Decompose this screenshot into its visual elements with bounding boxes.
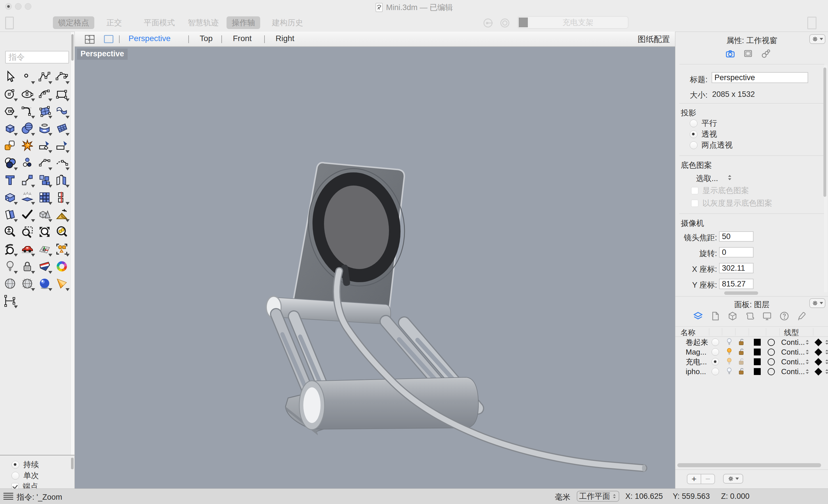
layer-name[interactable]: ipho... <box>686 367 712 376</box>
selection-check-icon[interactable] <box>19 206 36 223</box>
scroll-icon[interactable] <box>743 310 756 322</box>
projection-option-0[interactable]: 平行 <box>690 118 717 129</box>
remove-layer-button[interactable]: − <box>701 474 714 484</box>
wallpaper-checkbox-1[interactable]: 以灰度显示底色图案 <box>691 198 772 208</box>
trim-icon[interactable] <box>36 137 53 154</box>
single-pane-icon[interactable] <box>104 35 114 44</box>
add-layer-button[interactable]: + <box>688 474 701 484</box>
layer-name[interactable]: Mag... <box>686 347 712 357</box>
close-window-button[interactable] <box>5 3 12 10</box>
layer-material-circle[interactable] <box>766 337 776 347</box>
current-layer-radio[interactable] <box>710 337 720 347</box>
scale-icon[interactable] <box>19 172 36 189</box>
layer-name[interactable]: 卷起来 <box>686 337 712 347</box>
help-icon[interactable] <box>778 310 791 322</box>
stepper-icon[interactable] <box>824 358 828 366</box>
move-face-icon[interactable] <box>53 206 71 223</box>
cplane-icon[interactable] <box>36 240 53 258</box>
interpolate-curve-icon[interactable] <box>53 68 71 85</box>
block-instances-icon[interactable] <box>36 172 53 189</box>
rectangle-icon[interactable] <box>53 85 71 103</box>
stepper-icon[interactable] <box>727 173 733 182</box>
right-sidebar-toggle-icon[interactable] <box>807 17 817 29</box>
solid-union-icon[interactable] <box>1 189 19 206</box>
shaded-view-icon[interactable] <box>1 275 19 292</box>
checkbox-icon[interactable] <box>691 200 698 207</box>
zoom-dynamic-icon[interactable] <box>1 223 19 240</box>
zoom-extents-icon[interactable] <box>36 223 53 240</box>
blend-surface-icon[interactable] <box>53 103 71 120</box>
layers-gear-button[interactable] <box>809 298 825 308</box>
command-history-icon[interactable] <box>3 493 13 500</box>
layer-linetype[interactable]: Conti... <box>781 357 804 367</box>
minimize-window-button[interactable] <box>15 3 22 10</box>
mirror-icon[interactable] <box>53 172 71 189</box>
checkbox-icon[interactable] <box>11 483 19 489</box>
split-icon[interactable] <box>53 137 71 154</box>
toolbar-button-2[interactable]: 平面模式 <box>138 16 180 29</box>
command-input[interactable] <box>5 51 69 63</box>
single-point-icon[interactable] <box>19 68 36 85</box>
viewport-tab-top[interactable]: Top <box>200 34 213 43</box>
radio-icon[interactable] <box>690 131 698 138</box>
toolbar-button-0[interactable]: 锁定格点 <box>53 16 94 29</box>
layer-visibility-bulb-icon[interactable] <box>726 358 733 366</box>
stepper-icon[interactable] <box>824 368 828 375</box>
radio-icon[interactable] <box>690 120 698 127</box>
current-layer-radio[interactable] <box>710 367 720 376</box>
phone-stand-model[interactable] <box>75 47 675 489</box>
surface-from-points-icon[interactable] <box>36 103 53 120</box>
split-edge-icon[interactable] <box>53 189 71 206</box>
surface-network-icon[interactable] <box>53 120 71 137</box>
plugins-puzzle-icon[interactable] <box>1 137 19 154</box>
named-views-icon[interactable] <box>19 240 36 258</box>
layers-footer-gear-button[interactable] <box>723 474 743 484</box>
layer-visibility-bulb-icon[interactable] <box>726 348 733 356</box>
toolbar-button-4[interactable]: 操作轴 <box>226 16 260 29</box>
layer-visibility-bulb-icon[interactable] <box>726 338 733 347</box>
layer-material-circle[interactable] <box>766 357 776 367</box>
current-layer-radio[interactable] <box>710 347 720 357</box>
ellipse-icon[interactable] <box>19 85 36 103</box>
layer-color-swatch[interactable] <box>752 347 762 357</box>
layer-pie-icon[interactable] <box>36 258 53 275</box>
camera-icon[interactable] <box>723 48 737 59</box>
record-icon[interactable] <box>499 17 510 29</box>
zoom-window-button[interactable] <box>25 3 31 10</box>
monitor-icon[interactable] <box>760 310 774 322</box>
arc-icon[interactable] <box>36 85 53 103</box>
layer-row-1[interactable]: Mag... Conti... <box>675 347 828 357</box>
wallpaper-select[interactable]: 选取... <box>696 173 718 184</box>
option-端点[interactable]: 端点 <box>11 481 38 489</box>
box-icon[interactable] <box>1 120 19 137</box>
perspective-viewport[interactable]: Perspective <box>75 47 675 489</box>
layer-light-icon[interactable] <box>1 258 19 275</box>
layer-lock-icon[interactable] <box>737 348 745 356</box>
wallpaper-checkbox-0[interactable]: 显示底色图案 <box>691 185 749 196</box>
layer-print-color[interactable] <box>814 367 823 376</box>
properties-hscrollbar[interactable] <box>724 291 758 295</box>
stepper-icon[interactable] <box>804 358 810 366</box>
sphere-icon[interactable] <box>19 120 36 137</box>
rectangular-array-icon[interactable] <box>36 189 53 206</box>
viewport-tab-perspective[interactable]: Perspective <box>128 34 170 43</box>
sidebar-scrollbar[interactable] <box>71 32 75 455</box>
radio-icon[interactable] <box>11 472 19 479</box>
pen-icon[interactable] <box>795 310 808 322</box>
rendered-view-icon[interactable] <box>36 275 53 292</box>
boolean-union-icon[interactable] <box>1 154 19 172</box>
zoom-window-icon[interactable] <box>19 223 36 240</box>
stepper-icon[interactable] <box>804 348 810 356</box>
color-wheel-icon[interactable] <box>53 258 71 275</box>
units-label[interactable]: 毫米 <box>555 492 570 502</box>
select-cursor-icon[interactable] <box>1 68 19 85</box>
checkbox-icon[interactable] <box>691 187 698 194</box>
dimension-icon[interactable] <box>1 292 19 310</box>
toolbar-button-1[interactable]: 正交 <box>101 16 127 29</box>
projection-option-2[interactable]: 两点透视 <box>690 140 733 150</box>
show-hide-icon[interactable] <box>53 240 71 258</box>
layer-lock-icon[interactable] <box>737 367 745 376</box>
layers-icon[interactable] <box>692 310 705 322</box>
layer-linetype[interactable]: Conti... <box>781 347 804 357</box>
layer-visibility-bulb-icon[interactable] <box>726 367 733 376</box>
